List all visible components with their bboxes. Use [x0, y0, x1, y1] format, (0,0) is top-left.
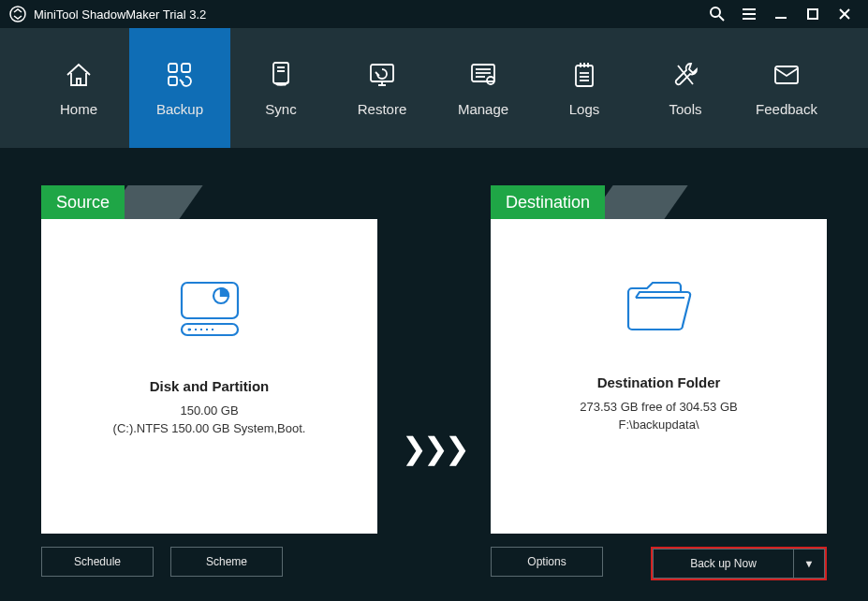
- backup-now-button[interactable]: Back up Now: [653, 549, 793, 579]
- folder-icon: [623, 275, 696, 337]
- nav-label: Restore: [358, 101, 407, 117]
- svg-rect-10: [169, 64, 177, 72]
- destination-title: Destination Folder: [597, 374, 721, 390]
- search-icon[interactable]: [703, 3, 731, 25]
- destination-path: F:\backupdata\: [619, 418, 699, 432]
- svg-rect-26: [182, 283, 238, 318]
- nav-restore[interactable]: Restore: [331, 28, 433, 148]
- nav-label: Backup: [156, 101, 203, 117]
- disk-icon: [176, 275, 243, 341]
- source-panel[interactable]: Disk and Partition 150.00 GB (C:).NTFS 1…: [41, 219, 377, 534]
- nav-sync[interactable]: Sync: [230, 28, 331, 148]
- manage-icon: [468, 60, 498, 90]
- titlebar: MiniTool ShadowMaker Trial 3.2: [0, 0, 868, 28]
- destination-header: Destination: [491, 185, 827, 219]
- maximize-icon[interactable]: [799, 3, 827, 25]
- main-nav: Home Backup Sync Restore Manage Logs Too…: [0, 28, 868, 148]
- sync-icon: [266, 60, 296, 90]
- backup-button-group: Back up Now ▼: [651, 547, 827, 580]
- destination-column: Destination Destination Folder 273.53 GB…: [491, 185, 827, 580]
- svg-rect-11: [169, 77, 177, 85]
- backup-icon: [165, 60, 195, 90]
- destination-tab-label: Destination: [491, 185, 605, 219]
- backup-dropdown-button[interactable]: ▼: [793, 549, 825, 579]
- nav-label: Logs: [569, 101, 600, 117]
- svg-point-1: [711, 7, 720, 17]
- tools-icon: [670, 60, 700, 90]
- menu-icon[interactable]: [735, 3, 763, 25]
- source-detail: (C:).NTFS 150.00 GB System,Boot.: [113, 421, 306, 435]
- source-buttons: Schedule Scheme: [41, 547, 377, 577]
- source-column: Source Disk and Partition 150.00 GB (C:)…: [41, 185, 377, 577]
- nav-label: Tools: [669, 101, 701, 117]
- close-icon[interactable]: [831, 3, 859, 25]
- scheme-button[interactable]: Scheme: [170, 547, 283, 577]
- nav-home[interactable]: Home: [28, 28, 129, 148]
- nav-label: Feedback: [756, 101, 817, 117]
- svg-rect-7: [808, 9, 817, 19]
- source-title: Disk and Partition: [150, 378, 270, 394]
- minimize-icon[interactable]: [767, 3, 795, 25]
- svg-rect-13: [273, 63, 288, 83]
- restore-icon: [367, 60, 397, 90]
- content-area: Source Disk and Partition 150.00 GB (C:)…: [0, 148, 868, 599]
- svg-rect-12: [182, 64, 190, 72]
- source-header: Source: [41, 185, 377, 219]
- destination-buttons: Options Back up Now ▼: [491, 547, 827, 580]
- nav-label: Sync: [265, 101, 296, 117]
- nav-tools[interactable]: Tools: [635, 28, 736, 148]
- home-icon: [64, 60, 94, 90]
- options-button[interactable]: Options: [491, 547, 603, 577]
- nav-feedback[interactable]: Feedback: [736, 28, 837, 148]
- nav-label: Home: [60, 101, 97, 117]
- app-title: MiniTool ShadowMaker Trial 3.2: [34, 7, 206, 22]
- nav-logs[interactable]: Logs: [534, 28, 635, 148]
- nav-backup[interactable]: Backup: [129, 28, 230, 148]
- app-logo-icon: [9, 6, 26, 22]
- svg-line-2: [719, 16, 724, 21]
- nav-manage[interactable]: Manage: [433, 28, 534, 148]
- logs-icon: [569, 60, 599, 90]
- nav-label: Manage: [458, 101, 508, 117]
- schedule-button[interactable]: Schedule: [41, 547, 154, 577]
- destination-space: 273.53 GB free of 304.53 GB: [580, 400, 737, 414]
- destination-panel[interactable]: Destination Folder 273.53 GB free of 304…: [491, 219, 827, 534]
- arrow-separator-icon: ❯❯❯: [396, 431, 472, 466]
- svg-rect-20: [576, 66, 593, 86]
- feedback-icon: [772, 60, 802, 90]
- source-size: 150.00 GB: [180, 403, 238, 418]
- source-tab-label: Source: [41, 185, 125, 219]
